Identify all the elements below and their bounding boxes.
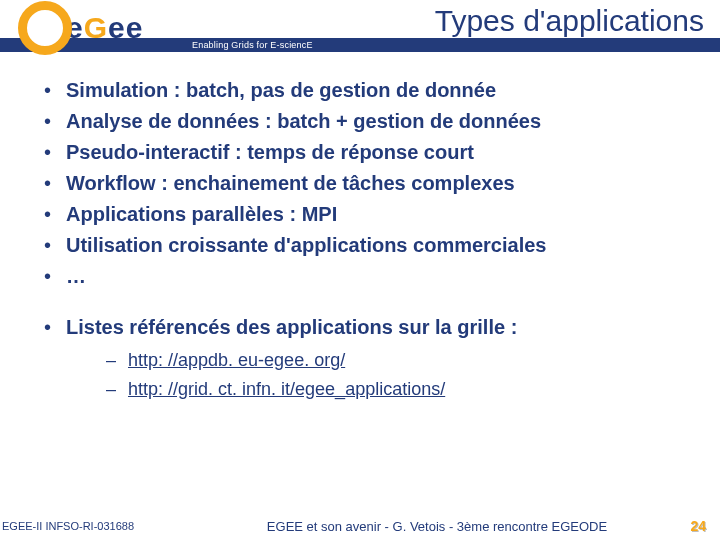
spacer xyxy=(30,293,690,313)
tagline: Enabling Grids for E-sciencE xyxy=(192,40,313,50)
list-item: Analyse de données : batch + gestion de … xyxy=(30,107,690,136)
link-item: http: //grid. ct. infn. it/egee_applicat… xyxy=(66,375,690,404)
list-item: Workflow : enchainement de tâches comple… xyxy=(30,169,690,198)
logo-letter: e xyxy=(126,11,144,44)
footer-left: EGEE-II INFSO-RI-031688 xyxy=(0,520,200,532)
footer: EGEE-II INFSO-RI-031688 EGEE et son aven… xyxy=(0,512,720,540)
footer-page-number: 24 xyxy=(674,518,720,534)
list-item: Applications parallèles : MPI xyxy=(30,200,690,229)
bullet-list-2: Listes référencés des applications sur l… xyxy=(30,313,690,404)
logo: eGee xyxy=(0,0,180,56)
list-item-label: Listes référencés des applications sur l… xyxy=(66,316,517,338)
bullet-list-1: Simulation : batch, pas de gestion de do… xyxy=(30,76,690,291)
logo-letter: G xyxy=(84,11,108,44)
list-item: Pseudo-interactif : temps de réponse cou… xyxy=(30,138,690,167)
logo-letter: e xyxy=(108,11,126,44)
content: Simulation : batch, pas de gestion de do… xyxy=(0,56,720,404)
link-text[interactable]: http: //appdb. eu-egee. org/ xyxy=(128,350,345,370)
logo-text: eGee xyxy=(66,11,143,45)
list-item: … xyxy=(30,262,690,291)
list-item: Utilisation croissante d'applications co… xyxy=(30,231,690,260)
link-text[interactable]: http: //grid. ct. infn. it/egee_applicat… xyxy=(128,379,445,399)
footer-mid: EGEE et son avenir - G. Vetois - 3ème re… xyxy=(200,519,674,534)
page-title: Types d'applications xyxy=(435,4,704,38)
slide: eGee Types d'applications Enabling Grids… xyxy=(0,0,720,540)
logo-circle-icon xyxy=(18,1,72,55)
header: eGee Types d'applications Enabling Grids… xyxy=(0,0,720,56)
sub-list: http: //appdb. eu-egee. org/ http: //gri… xyxy=(66,346,690,404)
list-item: Simulation : batch, pas de gestion de do… xyxy=(30,76,690,105)
link-item: http: //appdb. eu-egee. org/ xyxy=(66,346,690,375)
list-item: Listes référencés des applications sur l… xyxy=(30,313,690,404)
